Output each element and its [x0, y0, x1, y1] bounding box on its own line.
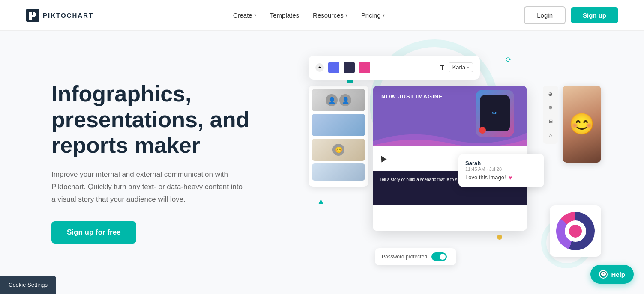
cookie-banner[interactable]: Cookie Settings — [0, 276, 56, 294]
password-protected-card: Password protected — [375, 248, 456, 265]
nav-pricing[interactable]: Pricing ▾ — [361, 12, 385, 19]
tools-sidebar: ◕ ⚙ ⊞ △ — [543, 86, 558, 144]
person-icon: 👤 — [326, 94, 338, 106]
toolbar-card: ✦ T Karla ▾ — [309, 56, 480, 80]
image-thumb-2 — [312, 114, 365, 136]
image-thumb-1: 👤 👤 — [312, 89, 365, 111]
chevron-down-icon: ▾ — [383, 13, 385, 18]
nav-resources[interactable]: Resources ▾ — [313, 12, 347, 19]
image-thumb-4 — [312, 163, 365, 181]
hero-section: Infographics, presentations, and reports… — [0, 31, 644, 294]
help-button[interactable]: 💬 Help — [590, 265, 634, 284]
people-icon: 👤 👤 — [312, 89, 365, 111]
triangle-decoration: ▲ — [317, 197, 325, 206]
design-header: NOW JUST IMAGINE 6:41 — [373, 86, 527, 146]
hero-description: Improve your internal and external commu… — [51, 169, 249, 206]
toggle-switch[interactable] — [431, 252, 447, 261]
cta-button[interactable]: Sign up for free — [51, 221, 136, 244]
font-selector[interactable]: Karla ▾ — [449, 62, 473, 72]
cookie-label: Cookie Settings — [9, 282, 48, 288]
grid-icon[interactable]: ⊞ — [545, 116, 556, 127]
pie-chart-icon[interactable]: ◕ — [545, 89, 556, 99]
donut-chart — [556, 212, 595, 250]
svg-rect-1 — [32, 12, 33, 15]
signup-button[interactable]: Sign up — [571, 7, 618, 23]
magic-wand-icon: ✦ — [315, 63, 324, 72]
chevron-down-icon: ▾ — [345, 13, 347, 18]
text-icon: T — [440, 64, 444, 71]
person-photo: 😊 — [563, 86, 601, 163]
comment-text: Love this image! ♥ — [465, 174, 537, 181]
comment-author: Sarah — [465, 160, 537, 166]
help-label: Help — [611, 271, 625, 278]
brand-name: PIKTOCHART — [43, 12, 93, 19]
chat-icon: 💬 — [599, 270, 608, 279]
nav-actions: Login Sign up — [524, 6, 618, 24]
logo-icon — [26, 9, 39, 22]
donut-center — [565, 220, 586, 242]
yellow-dot-decoration — [497, 235, 502, 240]
login-button[interactable]: Login — [524, 6, 566, 24]
password-label: Password protected — [382, 254, 427, 260]
cursor-icon — [378, 154, 386, 162]
chevron-down-icon: ▾ — [467, 65, 469, 70]
spiral-decoration: ⟳ — [506, 56, 511, 64]
person-icon: 👤 — [339, 94, 351, 106]
image-thumbnails-card: 👤 👤 😊 — [309, 86, 368, 187]
circle-graphic-card — [550, 205, 601, 257]
person-icon: 😊 — [332, 144, 344, 156]
color-swatch-dark — [344, 62, 355, 73]
color-swatch-pink — [359, 62, 370, 73]
design-header-text: NOW JUST IMAGINE — [381, 93, 443, 100]
color-swatch-blue — [328, 62, 339, 73]
nav-create[interactable]: Create ▾ — [233, 12, 256, 19]
person-avatar-icon: 😊 — [569, 112, 595, 136]
hero-left: Infographics, presentations, and reports… — [51, 81, 274, 243]
logo[interactable]: PIKTOCHART — [26, 9, 93, 22]
nav-links: Create ▾ Templates Resources ▾ Pricing ▾ — [233, 12, 385, 19]
inner-circle — [569, 225, 582, 238]
settings-icon[interactable]: ⚙ — [545, 103, 556, 113]
comment-card: Sarah 11:45 AM · Jul 28 Love this image!… — [458, 154, 544, 187]
person-portrait-icon: 😊 — [312, 139, 365, 161]
chevron-down-icon: ▾ — [254, 13, 256, 18]
image-thumb-3: 😊 — [312, 139, 365, 161]
hero-mockup: ▲ + ⟳ ✦ T Karla ▾ 👤 👤 — [291, 51, 601, 274]
wave-graphic — [373, 124, 527, 146]
navbar: PIKTOCHART Create ▾ Templates Resources … — [0, 0, 644, 31]
comment-time: 11:45 AM · Jul 28 — [465, 166, 537, 172]
nav-templates[interactable]: Templates — [270, 12, 299, 19]
person-photo-card: 😊 — [563, 86, 601, 163]
hero-title: Infographics, presentations, and reports… — [51, 81, 274, 158]
triangle-icon[interactable]: △ — [545, 130, 556, 140]
heart-icon: ♥ — [509, 174, 512, 181]
